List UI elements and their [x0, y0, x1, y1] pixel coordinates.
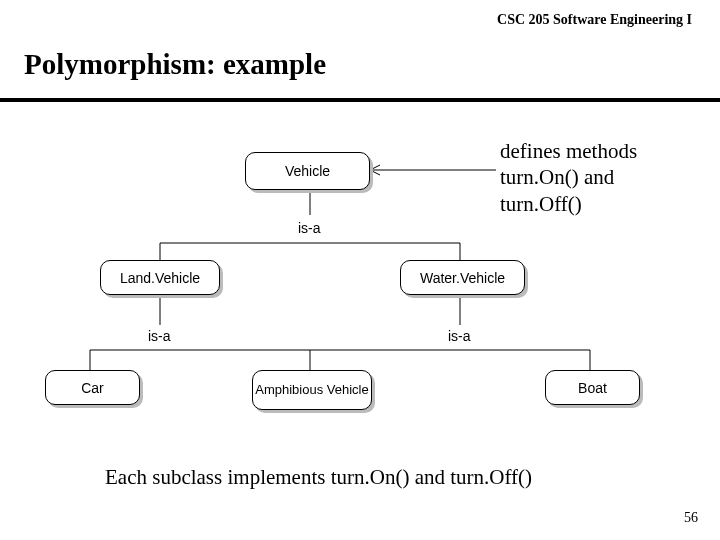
box-car: Car — [45, 370, 140, 405]
isa-label-right: is-a — [448, 328, 471, 344]
page-number: 56 — [684, 510, 698, 526]
footer-caption: Each subclass implements turn.On() and t… — [105, 465, 532, 490]
isa-label-top: is-a — [298, 220, 321, 236]
inheritance-diagram: Vehicle defines methods turn.On() and tu… — [0, 120, 720, 450]
course-header: CSC 205 Software Engineering I — [497, 12, 692, 28]
slide-title: Polymorphism: example — [24, 48, 326, 81]
box-boat: Boat — [545, 370, 640, 405]
box-water-vehicle: Water.Vehicle — [400, 260, 525, 295]
box-vehicle: Vehicle — [245, 152, 370, 190]
slide: CSC 205 Software Engineering I Polymorph… — [0, 0, 720, 540]
title-underline — [0, 98, 720, 102]
annotation-defines-methods: defines methods turn.On() and turn.Off() — [500, 138, 670, 217]
isa-label-left: is-a — [148, 328, 171, 344]
box-land-vehicle: Land.Vehicle — [100, 260, 220, 295]
box-amphibious-vehicle: Amphibious Vehicle — [252, 370, 372, 410]
